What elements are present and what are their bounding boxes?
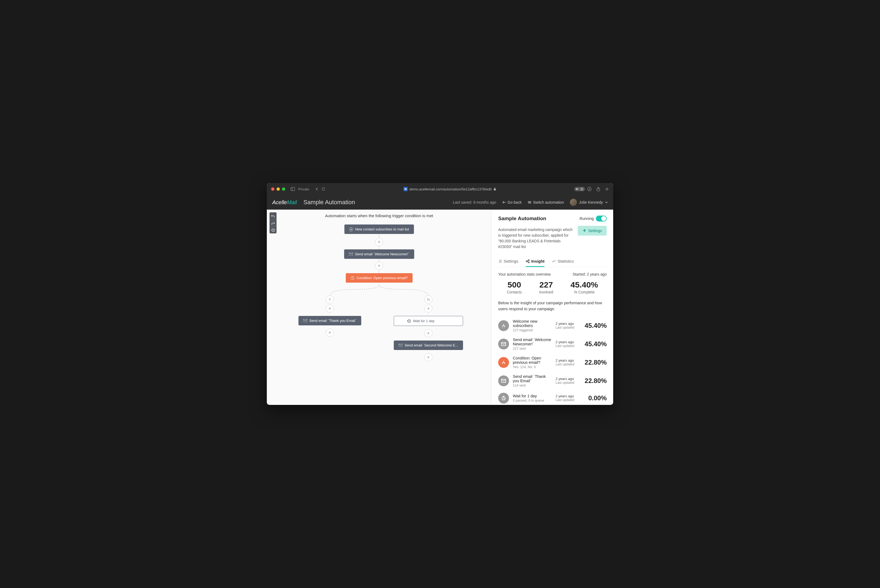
svg-marker-16 <box>351 228 352 230</box>
insight-item-title: Wait for 1 day <box>513 394 552 398</box>
browser-window: Private M demo.acellemail.com/automation… <box>267 183 613 405</box>
stat-contacts: 500Contacts <box>507 280 522 294</box>
svg-point-19 <box>352 279 353 279</box>
running-label: Running <box>580 216 594 221</box>
undo-button[interactable] <box>270 212 276 219</box>
url-text: demo.acellemail.com/automation/5e12affbc… <box>409 187 492 191</box>
stats-row: 500Contacts 227Involved 45.40%% Complete <box>498 280 607 294</box>
automation-description: Automated email marketing campaign which… <box>498 227 574 250</box>
tab-insight[interactable]: Insight <box>526 256 544 267</box>
add-step-button[interactable]: + <box>424 353 432 362</box>
add-step-button[interactable]: + <box>375 262 383 270</box>
add-step-button[interactable]: + <box>375 238 383 246</box>
insight-item-title: Send email `Thank you Email` <box>513 374 552 383</box>
share-nodes-icon <box>526 260 530 263</box>
chart-icon <box>552 260 556 263</box>
add-step-button[interactable]: + <box>326 304 334 313</box>
email-node-1[interactable]: Send email `Welcome Newcomer!` <box>344 249 414 259</box>
traffic-lights <box>271 188 285 190</box>
insight-item-percent: 45.40% <box>582 322 607 329</box>
settings-button[interactable]: Settings <box>578 226 607 236</box>
insight-description: Below is the insight of your campaign pe… <box>498 300 607 312</box>
running-toggle[interactable] <box>596 216 607 222</box>
minimize-window-button[interactable] <box>276 188 280 190</box>
insight-item-percent: 22.80% <box>582 358 607 366</box>
insight-item-time: 2 years agoLast updated <box>556 394 578 402</box>
back-arrow-icon[interactable] <box>315 187 318 191</box>
add-step-button[interactable]: + <box>326 328 334 337</box>
insight-item-percent: 0.00% <box>582 394 607 402</box>
insight-item[interactable]: Send email `Welcome Newcomer!`227 sent2 … <box>498 335 607 353</box>
share-icon[interactable] <box>596 187 600 191</box>
fork-icon <box>498 320 509 331</box>
mail-icon <box>399 344 402 347</box>
trigger-node[interactable]: New contact subscribes to mail list <box>344 225 414 234</box>
logo[interactable]: AcelleMail <box>272 200 297 206</box>
insight-item[interactable]: Send email `Thank you Email`114 sent2 ye… <box>498 372 607 390</box>
mail-icon <box>498 375 509 386</box>
svg-point-28 <box>528 262 529 263</box>
mail-icon <box>303 319 307 322</box>
insight-item-sub: Yes: 114, No: 0 <box>513 365 552 369</box>
stat-complete: 45.40%% Complete <box>571 280 598 294</box>
fork-icon <box>498 357 509 368</box>
insight-item-sub: 114 sent <box>513 384 552 387</box>
audio-indicator[interactable]: ⋯ <box>574 187 585 191</box>
app-header: AcelleMail Sample Automation Last saved:… <box>267 195 613 210</box>
condition-node[interactable]: Condition: Open previous email? <box>346 273 413 283</box>
mail-icon <box>349 253 353 256</box>
sidebar-toggle-icon[interactable] <box>291 187 295 191</box>
switch-automation-button[interactable]: Switch automation <box>528 200 564 204</box>
list-icon <box>498 260 502 263</box>
clock-icon <box>498 393 509 404</box>
sidebar-tabs: Settings Insight Statistics <box>498 256 607 267</box>
mail-icon <box>498 339 509 350</box>
insight-item-sub: 0 passed, 0 in queue <box>513 399 552 402</box>
svg-line-30 <box>527 261 528 262</box>
tab-statistics[interactable]: Statistics <box>552 256 574 267</box>
insight-item-title: Welcome new subscribers <box>513 319 552 328</box>
insight-item-sub: 227 triggered <box>513 328 552 332</box>
insight-list: Welcome new subscribers227 triggered2 ye… <box>498 316 607 405</box>
add-step-button[interactable]: + <box>424 329 432 337</box>
svg-rect-2 <box>494 189 496 190</box>
canvas-heading: Automation starts when the following tri… <box>267 210 491 225</box>
new-tab-icon[interactable] <box>605 187 609 191</box>
svg-point-27 <box>528 260 529 261</box>
insight-item[interactable]: Welcome new subscribers227 triggered2 ye… <box>498 316 607 335</box>
insight-item-title: Send email `Welcome Newcomer!` <box>513 338 552 346</box>
email-node-yes[interactable]: Send email `Thank you Email` <box>299 316 361 326</box>
add-step-button[interactable]: + <box>424 304 432 313</box>
svg-point-26 <box>526 261 527 262</box>
svg-line-37 <box>504 398 505 399</box>
close-window-button[interactable] <box>271 188 275 190</box>
insight-item-time: 2 years agoLast updated <box>556 322 578 329</box>
user-menu[interactable]: Jolie Kennedy <box>570 199 608 206</box>
insight-item[interactable]: Wait for 1 day0 passed, 0 in queue2 year… <box>498 390 607 405</box>
yes-branch-marker: Y <box>326 296 334 303</box>
private-label: Private <box>298 187 309 191</box>
branch-connector <box>325 285 433 296</box>
download-icon[interactable] <box>587 187 592 191</box>
lock-icon <box>493 188 496 190</box>
insight-item-time: 2 years agoLast updated <box>556 358 578 366</box>
svg-rect-0 <box>291 188 295 190</box>
started-label: Started: 2 years ago <box>572 272 607 276</box>
email-node-no[interactable]: Send email `Second Welcome E... <box>394 340 463 350</box>
go-back-button[interactable]: Go back <box>502 200 522 204</box>
page-title: Sample Automation <box>303 199 355 206</box>
insight-item[interactable]: Condition: Open previous email?Yes: 114,… <box>498 353 607 372</box>
insight-item-title: Condition: Open previous email? <box>513 356 552 364</box>
url-bar[interactable]: M demo.acellemail.com/automation/5e12aff… <box>327 187 572 191</box>
tab-settings[interactable]: Settings <box>498 256 518 267</box>
history-icon <box>407 319 411 323</box>
user-name: Jolie Kennedy <box>579 200 603 204</box>
reload-icon[interactable] <box>321 187 325 191</box>
automation-canvas[interactable]: Automation starts when the following tri… <box>267 210 491 405</box>
no-branch-marker: N <box>424 296 432 303</box>
site-badge: M <box>404 187 408 191</box>
wait-node[interactable]: Wait for 1 day <box>394 316 463 326</box>
svg-line-29 <box>527 261 528 261</box>
maximize-window-button[interactable] <box>282 188 285 190</box>
sparkle-icon <box>583 229 586 232</box>
